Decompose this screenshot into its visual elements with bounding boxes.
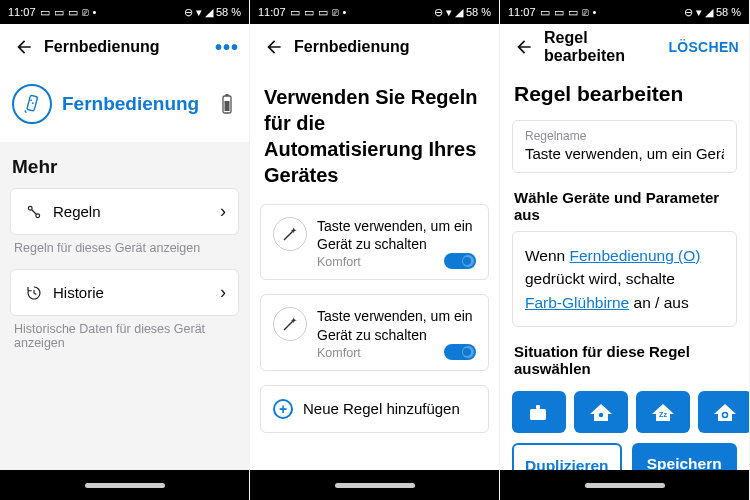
rule-name-value: Taste verwenden, um ein Gerä (525, 145, 724, 162)
chevron-right-icon: › (220, 201, 226, 222)
situation-home[interactable] (574, 391, 628, 433)
wifi-icon: ▾ (446, 6, 452, 19)
edit-heading: Regel bearbeiten (500, 70, 749, 120)
notif-icon-2: ▭ (554, 6, 564, 19)
signal-icon: ◢ (455, 6, 463, 19)
notif-icon-4: ⎚ (582, 6, 589, 18)
wifi-icon: ▾ (196, 6, 202, 19)
rule-card-1[interactable]: Taste verwenden, um ein Gerät zu schalte… (260, 204, 489, 280)
notif-icon-3: ▭ (318, 6, 328, 19)
params-heading: Wähle Geräte und Parameter aus (500, 189, 749, 231)
notif-icon-3: ▭ (568, 6, 578, 19)
svg-point-7 (36, 213, 40, 217)
svg-point-2 (32, 102, 34, 104)
overflow-menu-button[interactable]: ••• (215, 36, 239, 59)
battery-percent: 58 % (716, 6, 741, 18)
battery-icon (221, 93, 233, 115)
situation-row: Zz (500, 385, 749, 433)
content: Verwenden Sie Regeln für die Automatisie… (250, 70, 499, 470)
notif-icon-4: ⎚ (82, 6, 89, 18)
content: Regel bearbeiten Regelname Taste verwend… (500, 70, 749, 470)
rule-sentence-card: Wenn Fernbedienung (O) gedrückt wird, sc… (512, 231, 737, 327)
rule-toggle[interactable] (444, 253, 476, 269)
wand-icon (273, 217, 307, 251)
situation-custom[interactable] (698, 391, 749, 433)
rules-label: Regeln (53, 203, 220, 220)
notif-icon-2: ▭ (304, 6, 314, 19)
svg-rect-5 (225, 101, 230, 111)
nav-handle[interactable] (585, 483, 665, 488)
notif-icon-1: ▭ (40, 6, 50, 19)
back-button[interactable] (260, 33, 288, 61)
history-item[interactable]: Historie › (10, 269, 239, 316)
content: Fernbedienung Mehr Regeln › Regeln für d… (0, 70, 249, 470)
svg-point-10 (599, 413, 603, 417)
history-subtext: Historische Daten für dieses Gerät anzei… (0, 322, 249, 364)
notif-icon-5: • (593, 6, 597, 18)
situation-sleep[interactable]: Zz (636, 391, 690, 433)
svg-rect-9 (536, 405, 540, 409)
rule-title: Taste verwenden, um ein Gerät zu schalte… (317, 217, 476, 253)
rule-card-2[interactable]: Taste verwenden, um ein Gerät zu schalte… (260, 294, 489, 370)
notif-icon-3: ▭ (68, 6, 78, 19)
signal-icon: ◢ (705, 6, 713, 19)
signal-icon: ◢ (205, 6, 213, 19)
more-heading: Mehr (0, 142, 249, 188)
button-row: Duplizieren Speichern (500, 433, 749, 470)
screen-remote-main: 11:07 ▭ ▭ ▭ ⎚ • ⊖ ▾ ◢ 58 % Fernbedienung… (0, 0, 250, 500)
page-title: Regel bearbeiten (544, 29, 668, 65)
notif-icon-1: ▭ (290, 6, 300, 19)
clock: 11:07 (508, 6, 536, 18)
sentence-post: an / aus (629, 294, 688, 311)
appbar: Fernbedienung ••• (0, 24, 249, 70)
statusbar: 11:07 ▭ ▭ ▭ ⎚ • ⊖ ▾ ◢ 58 % (250, 0, 499, 24)
svg-text:Zz: Zz (659, 411, 667, 418)
battery-percent: 58 % (466, 6, 491, 18)
device-name: Fernbedienung (62, 93, 221, 115)
delete-button[interactable]: LÖSCHEN (668, 39, 739, 55)
notif-icon-2: ▭ (54, 6, 64, 19)
rule-name-label: Regelname (525, 129, 724, 143)
add-rule-label: Neue Regel hinzufügen (303, 400, 460, 417)
notif-icon-1: ▭ (540, 6, 550, 19)
appbar: Regel bearbeiten LÖSCHEN (500, 24, 749, 70)
rules-subtext: Regeln für dieses Gerät anzeigen (0, 241, 249, 269)
rule-title: Taste verwenden, um ein Gerät zu schalte… (317, 307, 476, 343)
back-button[interactable] (510, 33, 538, 61)
statusbar: 11:07 ▭ ▭ ▭ ⎚ • ⊖ ▾ ◢ 58 % (500, 0, 749, 24)
situation-heading: Situation für diese Regel auswählen (500, 343, 749, 385)
rules-item[interactable]: Regeln › (10, 188, 239, 235)
duplicate-button[interactable]: Duplizieren (512, 443, 622, 470)
nav-handle[interactable] (335, 483, 415, 488)
device-link[interactable]: Fernbedienung (O) (570, 247, 701, 264)
wand-icon (273, 307, 307, 341)
back-button[interactable] (10, 33, 38, 61)
notif-icon-5: • (343, 6, 347, 18)
rules-icon (23, 203, 45, 221)
appbar: Fernbedienung (250, 24, 499, 70)
history-icon (23, 284, 45, 302)
add-rule-button[interactable]: + Neue Regel hinzufügen (260, 385, 489, 433)
save-button[interactable]: Speichern (632, 443, 738, 470)
nav-handle[interactable] (85, 483, 165, 488)
notif-icon-5: • (93, 6, 97, 18)
rule-name-field[interactable]: Regelname Taste verwenden, um ein Gerä (512, 120, 737, 173)
statusbar: 11:07 ▭ ▭ ▭ ⎚ • ⊖ ▾ ◢ 58 % (0, 0, 249, 24)
clock: 11:07 (8, 6, 36, 18)
clock: 11:07 (258, 6, 286, 18)
chevron-right-icon: › (220, 282, 226, 303)
battery-percent: 58 % (216, 6, 241, 18)
page-title: Fernbedienung (44, 38, 215, 56)
dnd-icon: ⊖ (684, 6, 693, 19)
svg-point-6 (28, 206, 32, 210)
screen-rules-list: 11:07 ▭ ▭ ▭ ⎚ • ⊖ ▾ ◢ 58 % Fernbedienung… (250, 0, 500, 500)
android-navbar (500, 470, 749, 500)
rule-toggle[interactable] (444, 344, 476, 360)
svg-point-1 (30, 99, 32, 101)
device-header-row: Fernbedienung (0, 70, 249, 142)
target-link[interactable]: Farb-Glühbirne (525, 294, 629, 311)
sentence-pre: Wenn (525, 247, 570, 264)
remote-icon (12, 84, 52, 124)
sentence-mid: gedrückt wird, schalte (525, 270, 675, 287)
situation-away[interactable] (512, 391, 566, 433)
